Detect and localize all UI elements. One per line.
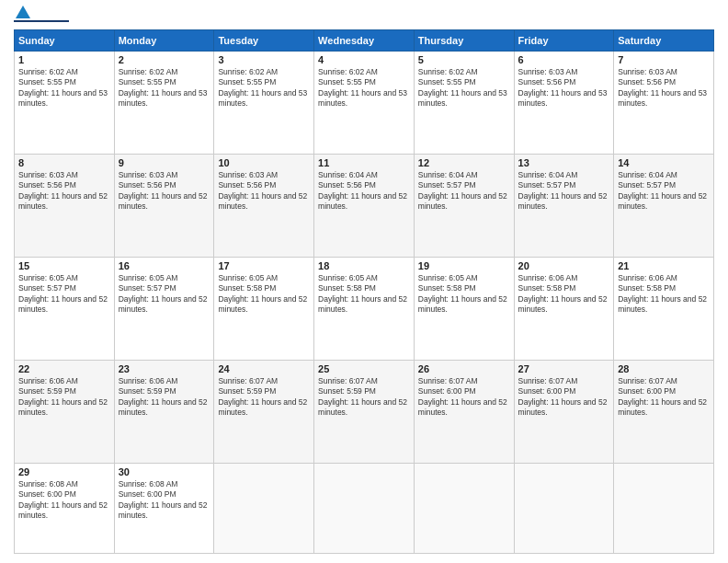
day-number: 5: [418, 54, 510, 65]
day-number: 14: [618, 157, 710, 168]
day-info: Sunrise: 6:05 AM Sunset: 5:57 PM Dayligh…: [18, 273, 110, 316]
day-number: 12: [418, 157, 510, 168]
calendar-cell: 18 Sunrise: 6:05 AM Sunset: 5:58 PM Dayl…: [314, 258, 415, 361]
calendar-cell: [314, 464, 415, 554]
day-info: Sunrise: 6:05 AM Sunset: 5:57 PM Dayligh…: [119, 273, 210, 316]
logo: [14, 9, 69, 22]
day-number: 24: [218, 363, 310, 374]
day-info: Sunrise: 6:04 AM Sunset: 5:57 PM Dayligh…: [618, 170, 710, 213]
calendar-table: SundayMondayTuesdayWednesdayThursdayFrid…: [14, 29, 714, 554]
calendar-cell: 30 Sunrise: 6:08 AM Sunset: 6:00 PM Dayl…: [114, 464, 214, 554]
header: [14, 9, 714, 22]
day-number: 19: [418, 260, 510, 271]
calendar-cell: 24 Sunrise: 6:07 AM Sunset: 5:59 PM Dayl…: [214, 361, 314, 464]
logo-underline: [14, 20, 69, 22]
calendar-cell: 10 Sunrise: 6:03 AM Sunset: 5:56 PM Dayl…: [214, 155, 314, 258]
calendar-cell: 8 Sunrise: 6:03 AM Sunset: 5:56 PM Dayli…: [15, 155, 115, 258]
day-info: Sunrise: 6:05 AM Sunset: 5:58 PM Dayligh…: [318, 273, 410, 316]
calendar-cell: 1 Sunrise: 6:02 AM Sunset: 5:55 PM Dayli…: [15, 52, 115, 155]
day-of-week-monday: Monday: [114, 30, 214, 52]
calendar-cell: 11 Sunrise: 6:04 AM Sunset: 5:56 PM Dayl…: [314, 155, 415, 258]
day-info: Sunrise: 6:04 AM Sunset: 5:57 PM Dayligh…: [518, 170, 610, 213]
calendar-week-row: 29 Sunrise: 6:08 AM Sunset: 6:00 PM Dayl…: [15, 464, 714, 554]
day-info: Sunrise: 6:04 AM Sunset: 5:56 PM Dayligh…: [318, 170, 410, 213]
day-info: Sunrise: 6:04 AM Sunset: 5:57 PM Dayligh…: [418, 170, 510, 213]
calendar-week-row: 8 Sunrise: 6:03 AM Sunset: 5:56 PM Dayli…: [15, 155, 714, 258]
calendar-cell: [614, 464, 714, 554]
day-number: 28: [618, 363, 710, 374]
calendar-cell: 26 Sunrise: 6:07 AM Sunset: 6:00 PM Dayl…: [414, 361, 514, 464]
calendar-cell: [414, 464, 514, 554]
day-info: Sunrise: 6:02 AM Sunset: 5:55 PM Dayligh…: [119, 67, 210, 109]
calendar-week-row: 1 Sunrise: 6:02 AM Sunset: 5:55 PM Dayli…: [15, 52, 714, 155]
day-info: Sunrise: 6:03 AM Sunset: 5:56 PM Dayligh…: [518, 67, 610, 109]
day-info: Sunrise: 6:06 AM Sunset: 5:58 PM Dayligh…: [518, 273, 610, 316]
day-info: Sunrise: 6:02 AM Sunset: 5:55 PM Dayligh…: [418, 67, 510, 109]
calendar-cell: 20 Sunrise: 6:06 AM Sunset: 5:58 PM Dayl…: [514, 258, 614, 361]
day-number: 22: [18, 363, 110, 374]
day-info: Sunrise: 6:05 AM Sunset: 5:58 PM Dayligh…: [418, 273, 510, 316]
calendar-cell: 3 Sunrise: 6:02 AM Sunset: 5:55 PM Dayli…: [214, 52, 314, 155]
day-of-week-friday: Friday: [514, 30, 614, 52]
logo-triangle-icon: [16, 6, 30, 18]
day-number: 21: [618, 260, 710, 271]
day-number: 20: [518, 260, 610, 271]
day-number: 29: [18, 466, 110, 477]
day-info: Sunrise: 6:07 AM Sunset: 6:00 PM Dayligh…: [518, 376, 610, 419]
day-number: 23: [119, 363, 210, 374]
day-number: 15: [18, 260, 110, 271]
page: SundayMondayTuesdayWednesdayThursdayFrid…: [0, 0, 728, 563]
day-number: 30: [119, 466, 210, 477]
day-info: Sunrise: 6:08 AM Sunset: 6:00 PM Dayligh…: [119, 479, 210, 522]
day-number: 6: [518, 54, 610, 65]
day-of-week-thursday: Thursday: [414, 30, 514, 52]
day-number: 26: [418, 363, 510, 374]
day-info: Sunrise: 6:02 AM Sunset: 5:55 PM Dayligh…: [218, 67, 310, 109]
day-info: Sunrise: 6:08 AM Sunset: 6:00 PM Dayligh…: [18, 479, 110, 522]
calendar-cell: 28 Sunrise: 6:07 AM Sunset: 6:00 PM Dayl…: [614, 361, 714, 464]
day-number: 2: [119, 54, 210, 65]
day-info: Sunrise: 6:02 AM Sunset: 5:55 PM Dayligh…: [18, 67, 110, 109]
day-number: 25: [318, 363, 410, 374]
calendar-week-row: 22 Sunrise: 6:06 AM Sunset: 5:59 PM Dayl…: [15, 361, 714, 464]
calendar-cell: 14 Sunrise: 6:04 AM Sunset: 5:57 PM Dayl…: [614, 155, 714, 258]
day-number: 10: [218, 157, 310, 168]
day-number: 1: [18, 54, 110, 65]
day-number: 27: [518, 363, 610, 374]
day-info: Sunrise: 6:06 AM Sunset: 5:59 PM Dayligh…: [18, 376, 110, 419]
day-number: 3: [218, 54, 310, 65]
calendar-cell: 29 Sunrise: 6:08 AM Sunset: 6:00 PM Dayl…: [15, 464, 115, 554]
day-number: 13: [518, 157, 610, 168]
day-info: Sunrise: 6:03 AM Sunset: 5:56 PM Dayligh…: [119, 170, 210, 213]
day-number: 9: [119, 157, 210, 168]
calendar-cell: [214, 464, 314, 554]
day-info: Sunrise: 6:05 AM Sunset: 5:58 PM Dayligh…: [218, 273, 310, 316]
day-info: Sunrise: 6:03 AM Sunset: 5:56 PM Dayligh…: [218, 170, 310, 213]
day-number: 18: [318, 260, 410, 271]
calendar-cell: 5 Sunrise: 6:02 AM Sunset: 5:55 PM Dayli…: [414, 52, 514, 155]
calendar-week-row: 15 Sunrise: 6:05 AM Sunset: 5:57 PM Dayl…: [15, 258, 714, 361]
day-number: 17: [218, 260, 310, 271]
calendar-cell: 22 Sunrise: 6:06 AM Sunset: 5:59 PM Dayl…: [15, 361, 115, 464]
day-info: Sunrise: 6:06 AM Sunset: 5:59 PM Dayligh…: [119, 376, 210, 419]
calendar-cell: 21 Sunrise: 6:06 AM Sunset: 5:58 PM Dayl…: [614, 258, 714, 361]
calendar-cell: 23 Sunrise: 6:06 AM Sunset: 5:59 PM Dayl…: [114, 361, 214, 464]
calendar-cell: [514, 464, 614, 554]
day-number: 16: [119, 260, 210, 271]
day-of-week-sunday: Sunday: [15, 30, 115, 52]
day-info: Sunrise: 6:06 AM Sunset: 5:58 PM Dayligh…: [618, 273, 710, 316]
day-number: 8: [18, 157, 110, 168]
day-number: 7: [618, 54, 710, 65]
calendar-cell: 6 Sunrise: 6:03 AM Sunset: 5:56 PM Dayli…: [514, 52, 614, 155]
calendar-cell: 7 Sunrise: 6:03 AM Sunset: 5:56 PM Dayli…: [614, 52, 714, 155]
calendar-cell: 15 Sunrise: 6:05 AM Sunset: 5:57 PM Dayl…: [15, 258, 115, 361]
day-info: Sunrise: 6:02 AM Sunset: 5:55 PM Dayligh…: [318, 67, 410, 109]
day-info: Sunrise: 6:03 AM Sunset: 5:56 PM Dayligh…: [18, 170, 110, 213]
calendar-cell: 4 Sunrise: 6:02 AM Sunset: 5:55 PM Dayli…: [314, 52, 415, 155]
calendar-cell: 2 Sunrise: 6:02 AM Sunset: 5:55 PM Dayli…: [114, 52, 214, 155]
day-of-week-wednesday: Wednesday: [314, 30, 415, 52]
calendar-cell: 25 Sunrise: 6:07 AM Sunset: 5:59 PM Dayl…: [314, 361, 415, 464]
day-number: 11: [318, 157, 410, 168]
day-info: Sunrise: 6:07 AM Sunset: 5:59 PM Dayligh…: [318, 376, 410, 419]
day-info: Sunrise: 6:07 AM Sunset: 5:59 PM Dayligh…: [218, 376, 310, 419]
